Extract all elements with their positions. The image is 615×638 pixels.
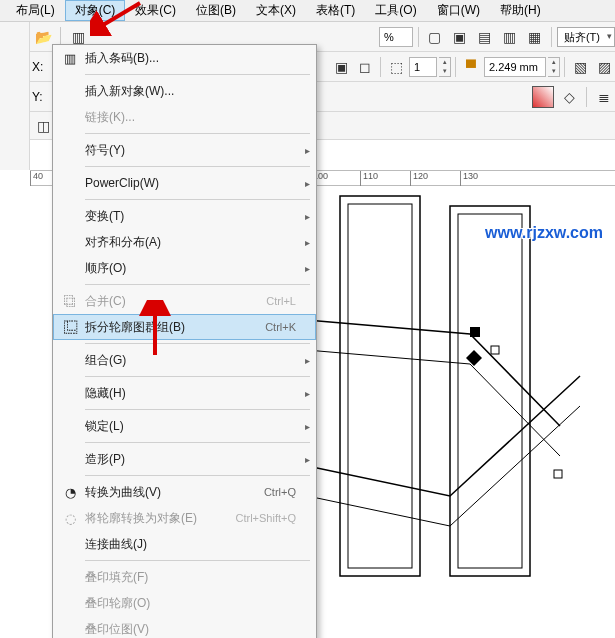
palette-icon[interactable]: ▨ [593, 56, 615, 78]
stroke-icon[interactable]: ▀ [460, 56, 482, 78]
separator [564, 57, 565, 77]
menu-separator [85, 409, 310, 410]
menu-lock[interactable]: 锁定(L) [53, 413, 316, 439]
menu-separator [85, 376, 310, 377]
svg-rect-4 [470, 327, 480, 337]
svg-rect-7 [554, 470, 562, 478]
menu-text[interactable]: 文本(X) [246, 0, 306, 21]
curves-icon: ◔ [59, 483, 81, 501]
svg-rect-0 [340, 196, 420, 576]
menu-links: 链接(K)... [53, 104, 316, 130]
menu-overprint-fill: 叠印填充(F) [53, 564, 316, 590]
menu-powerclip[interactable]: PowerClip(W) [53, 170, 316, 196]
menu-shaping[interactable]: 造形(P) [53, 446, 316, 472]
menu-outline-to-object: ◌将轮廓转换为对象(E)Ctrl+Shift+Q [53, 505, 316, 531]
y-label: Y: [32, 90, 43, 104]
stroke-width-input[interactable]: 2.249 mm [484, 57, 546, 77]
watermark: www.rjzxw.com [485, 224, 603, 242]
menu-separator [85, 475, 310, 476]
crop-icon[interactable]: ▣ [330, 56, 352, 78]
separator [586, 87, 587, 107]
menu-table[interactable]: 表格(T) [306, 0, 365, 21]
menu-separator [85, 133, 310, 134]
menu-layout[interactable]: 布局(L) [6, 0, 65, 21]
blank-icon [59, 568, 81, 586]
blank-icon [59, 82, 81, 100]
ruler-tick: 110 [360, 171, 378, 187]
menu-bitmap[interactable]: 位图(B) [186, 0, 246, 21]
menu-separator [85, 560, 310, 561]
percent-input[interactable]: % [379, 27, 413, 47]
separator [380, 57, 381, 77]
menu-separator [85, 284, 310, 285]
menubar: 布局(L) 对象(C) 效果(C) 位图(B) 文本(X) 表格(T) 工具(O… [0, 0, 615, 22]
shape2-icon[interactable]: ◫ [32, 115, 54, 137]
blank-icon [59, 108, 81, 126]
layout-5-icon[interactable]: ▦ [524, 26, 546, 48]
menu-order[interactable]: 顺序(O) [53, 255, 316, 281]
menu-insert-barcode[interactable]: ▥插入条码(B)... [53, 45, 316, 71]
separator [455, 57, 456, 77]
step-input[interactable]: 1 [409, 57, 437, 77]
ruler-tick: 120 [410, 171, 428, 187]
side-toolbar [0, 22, 30, 170]
x-label: X: [32, 60, 43, 74]
menu-group[interactable]: 组合(G) [53, 347, 316, 373]
blank-icon [59, 384, 81, 402]
outline-icon: ◌ [59, 509, 81, 527]
menu-separator [85, 199, 310, 200]
frame-icon[interactable]: ◻ [354, 56, 376, 78]
menu-break-contour-group[interactable]: ⿺拆分轮廓图群组(B)Ctrl+K [53, 314, 316, 340]
menu-effects[interactable]: 效果(C) [125, 0, 186, 21]
blank-icon [59, 594, 81, 612]
blank-icon [59, 351, 81, 369]
blank-icon [59, 535, 81, 553]
blank-icon [59, 417, 81, 435]
blank-icon [59, 174, 81, 192]
menu-separator [85, 74, 310, 75]
layout-1-icon[interactable]: ▢ [424, 26, 446, 48]
blank-icon [59, 450, 81, 468]
menu-overprint-outline: 叠印轮廓(O) [53, 590, 316, 616]
menu-separator [85, 442, 310, 443]
svg-rect-1 [348, 204, 412, 568]
menu-transform[interactable]: 变换(T) [53, 203, 316, 229]
eraser-icon[interactable]: ◇ [558, 86, 580, 108]
blank-icon [59, 141, 81, 159]
break-icon: ⿺ [59, 318, 81, 336]
menu-hide[interactable]: 隐藏(H) [53, 380, 316, 406]
blank-icon [59, 207, 81, 225]
blank-icon [59, 233, 81, 251]
gradient-icon[interactable] [532, 86, 554, 108]
object-menu-dropdown: ▥插入条码(B)... 插入新对象(W)... 链接(K)... 符号(Y) P… [52, 44, 317, 638]
menu-separator [85, 166, 310, 167]
open-icon[interactable]: 📂 [32, 26, 54, 48]
menu-window[interactable]: 窗口(W) [427, 0, 490, 21]
menu-object[interactable]: 对象(C) [65, 0, 126, 21]
blank-icon [59, 620, 81, 638]
step-icon[interactable]: ⬚ [385, 56, 407, 78]
menu-symbol[interactable]: 符号(Y) [53, 137, 316, 163]
fill-icon[interactable]: ▧ [569, 56, 591, 78]
menu-combine: ⿻合并(C)Ctrl+L [53, 288, 316, 314]
menu-help[interactable]: 帮助(H) [490, 0, 551, 21]
step-spinner[interactable]: ▴▾ [439, 57, 451, 77]
layout-2-icon[interactable]: ▣ [449, 26, 471, 48]
layout-4-icon[interactable]: ▥ [499, 26, 521, 48]
snap-dropdown[interactable]: 贴齐(T) [557, 27, 615, 47]
menu-tools[interactable]: 工具(O) [365, 0, 426, 21]
menu-join-curves[interactable]: 连接曲线(J) [53, 531, 316, 557]
separator [418, 27, 419, 47]
blank-icon [59, 259, 81, 277]
combine-icon: ⿻ [59, 292, 81, 310]
menu-align-distribute[interactable]: 对齐和分布(A) [53, 229, 316, 255]
svg-rect-2 [450, 206, 530, 576]
layout-3-icon[interactable]: ▤ [474, 26, 496, 48]
menu-insert-new-object[interactable]: 插入新对象(W)... [53, 78, 316, 104]
barcode-icon: ▥ [59, 49, 81, 67]
menu-convert-curves[interactable]: ◔转换为曲线(V)Ctrl+Q [53, 479, 316, 505]
svg-rect-5 [491, 346, 499, 354]
ruler-tick: 130 [460, 171, 478, 187]
copy-props-icon[interactable]: ≣ [593, 86, 615, 108]
width-spinner[interactable]: ▴▾ [548, 57, 560, 77]
